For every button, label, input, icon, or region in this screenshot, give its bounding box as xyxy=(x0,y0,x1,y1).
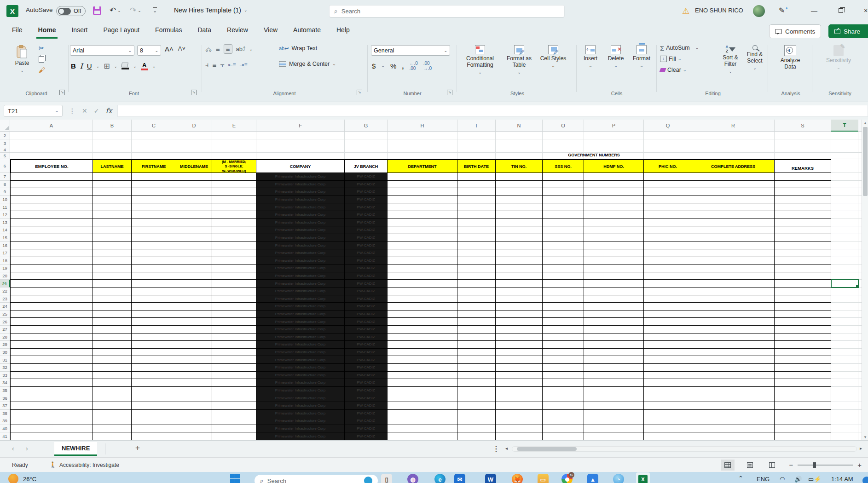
cell-D38[interactable] xyxy=(176,410,212,418)
cell-G8[interactable]: PW-CADIZ xyxy=(345,181,388,189)
cell-H16[interactable] xyxy=(388,242,457,249)
cell-F32[interactable]: Primewater Infrastructure Corp xyxy=(256,364,345,372)
cell-H5[interactable] xyxy=(388,153,457,159)
cell-E27[interactable] xyxy=(212,326,256,334)
cell-O20[interactable] xyxy=(543,272,584,280)
underline-button[interactable]: U xyxy=(87,62,92,70)
cell-T24[interactable] xyxy=(831,303,858,310)
cell-R15[interactable] xyxy=(692,234,775,242)
column-header-R[interactable]: R xyxy=(692,120,775,132)
page-layout-view-button[interactable] xyxy=(743,460,757,471)
cell-Q30[interactable] xyxy=(644,349,692,356)
cell-P32[interactable] xyxy=(584,364,644,372)
cell-N11[interactable] xyxy=(496,203,543,211)
tab-insert[interactable]: Insert xyxy=(69,22,89,39)
font-color-button[interactable]: A xyxy=(141,62,148,70)
cell-Q32[interactable] xyxy=(644,364,692,372)
cell-I32[interactable] xyxy=(457,364,496,372)
cell-F19[interactable]: Primewater Infrastructure Corp xyxy=(256,264,345,272)
cell-D3[interactable] xyxy=(176,139,212,147)
cell-I26[interactable] xyxy=(457,318,496,326)
cell-P31[interactable] xyxy=(584,356,644,364)
cell-I10[interactable] xyxy=(457,196,496,204)
column-header-S[interactable]: S xyxy=(775,120,831,132)
cell-T14[interactable] xyxy=(831,226,858,234)
cell-R19[interactable] xyxy=(692,264,775,272)
cell-I29[interactable] xyxy=(457,341,496,349)
cell-T32[interactable] xyxy=(831,364,858,372)
cell-I19[interactable] xyxy=(457,264,496,272)
cell-R22[interactable] xyxy=(692,288,775,295)
cell-E22[interactable] xyxy=(212,288,256,295)
percent-style-button[interactable]: % xyxy=(390,62,396,70)
font-size-combo[interactable]: 8⌄ xyxy=(137,45,161,56)
cell-E6[interactable]: (M - MARRIED;S -SINGLE;W- WIDOWED) xyxy=(212,159,256,173)
battery-icon[interactable]: ▭⚡ xyxy=(808,476,822,483)
cell-C15[interactable] xyxy=(132,234,176,242)
cell-R26[interactable] xyxy=(692,318,775,326)
cell-A23[interactable] xyxy=(10,295,93,303)
cell-G9[interactable]: PW-CADIZ xyxy=(345,188,388,196)
cell-C29[interactable] xyxy=(132,341,176,349)
cell-G20[interactable]: PW-CADIZ xyxy=(345,272,388,280)
cell-Q40[interactable] xyxy=(644,425,692,433)
cell-Q13[interactable] xyxy=(644,219,692,227)
bottom-align-button[interactable]: ≡ xyxy=(224,44,232,54)
cell-R38[interactable] xyxy=(692,410,775,418)
cancel-entry-icon[interactable]: ✕ xyxy=(82,107,87,115)
column-header-I[interactable]: I xyxy=(457,120,496,132)
cell-B41[interactable] xyxy=(93,432,132,440)
scroll-up-arrow[interactable]: ▲ xyxy=(862,120,868,126)
cell-D39[interactable] xyxy=(176,417,212,425)
row-header-9[interactable]: 9 xyxy=(0,188,10,196)
cell-D32[interactable] xyxy=(176,364,212,372)
cell-T16[interactable] xyxy=(831,242,858,249)
selected-cell-T21[interactable] xyxy=(831,280,858,288)
cell-E38[interactable] xyxy=(212,410,256,418)
cell-A27[interactable] xyxy=(10,326,93,334)
cell-C4[interactable] xyxy=(132,147,176,153)
cell-P26[interactable] xyxy=(584,318,644,326)
cell-I25[interactable] xyxy=(457,310,496,318)
cell-I13[interactable] xyxy=(457,219,496,227)
insert-cells-button[interactable]: Insert⌄ xyxy=(579,41,602,69)
cell-E17[interactable] xyxy=(212,249,256,257)
cell-E14[interactable] xyxy=(212,226,256,234)
cell-T3[interactable] xyxy=(831,139,858,147)
cell-H14[interactable] xyxy=(388,226,457,234)
cell-T35[interactable] xyxy=(831,387,858,395)
cell-I7[interactable] xyxy=(457,173,496,181)
cell-T2[interactable] xyxy=(831,132,858,139)
cell-I24[interactable] xyxy=(457,303,496,310)
cell-R6[interactable]: COMPLETE ADDRESS xyxy=(692,159,775,173)
cell-O15[interactable] xyxy=(543,234,584,242)
align-left-button[interactable]: ⫞ xyxy=(205,61,209,69)
cell-S36[interactable] xyxy=(775,394,831,402)
cell-G31[interactable]: PW-CADIZ xyxy=(345,356,388,364)
decrease-decimal-button[interactable]: .00→.0 xyxy=(423,61,432,71)
horizontal-scrollbar-thumb[interactable] xyxy=(517,447,577,451)
cell-P33[interactable] xyxy=(584,372,644,380)
cell-A14[interactable] xyxy=(10,226,93,234)
shrink-font-button[interactable]: A˅ xyxy=(178,45,185,53)
cell-B40[interactable] xyxy=(93,425,132,433)
cell-H32[interactable] xyxy=(388,364,457,372)
row-header-28[interactable]: 28 xyxy=(0,334,10,341)
cell-A13[interactable] xyxy=(10,219,93,227)
cell-T19[interactable] xyxy=(831,264,858,272)
app-icon-gray[interactable]: ▯ xyxy=(381,474,392,483)
cell-C20[interactable] xyxy=(132,272,176,280)
row-header-32[interactable]: 32 xyxy=(0,364,10,372)
cell-R37[interactable] xyxy=(692,402,775,410)
column-header-P[interactable]: P xyxy=(584,120,644,132)
cell-B14[interactable] xyxy=(93,226,132,234)
cell-I2[interactable] xyxy=(457,132,496,139)
cell-G33[interactable]: PW-CADIZ xyxy=(345,372,388,380)
cell-G5[interactable] xyxy=(345,153,388,159)
cell-G14[interactable]: PW-CADIZ xyxy=(345,226,388,234)
cell-T20[interactable] xyxy=(831,272,858,280)
row-header-22[interactable]: 22 xyxy=(0,288,10,295)
cell-O29[interactable] xyxy=(543,341,584,349)
cell-B12[interactable] xyxy=(93,211,132,219)
cell-H10[interactable] xyxy=(388,196,457,204)
